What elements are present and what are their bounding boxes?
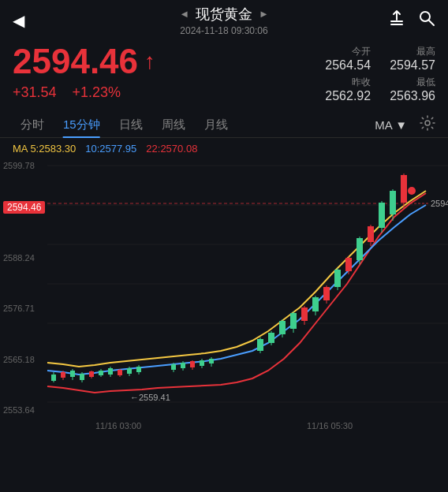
price-section: 2594.46 ↑ +31.54 +1.23% 今开 2564.54 最高 25… [0,35,448,106]
svg-point-74 [408,187,416,195]
tab-bar: 分时 15分钟 日线 周线 月线 MA ▼ [0,106,448,138]
y-label-6: 2553.64 [3,405,35,415]
x-label-1: 11/16 03:00 [95,421,141,430]
price-left: 2594.46 ↑ +31.54 +1.23% [13,42,155,101]
svg-rect-51 [290,313,297,329]
price-change: +31.54 +1.23% [13,84,155,101]
high: 最高 2594.57 [390,45,435,73]
svg-rect-26 [108,368,113,375]
x-label-2: 11/16 05:30 [307,421,353,430]
svg-rect-53 [301,308,308,321]
today-open-value: 2564.54 [325,58,371,73]
svg-rect-45 [257,339,263,351]
high-value: 2594.57 [390,58,435,73]
chart-container[interactable]: 2599.78 2588.24 2576.71 2565.18 2553.64 … [0,158,448,418]
x-axis-labels: 11/16 03:00 11/16 05:30 [0,418,448,434]
svg-rect-61 [345,258,352,271]
main-price-value: 2594.46 [13,42,138,81]
datetime-label: 2024-11-18 09:30:06 [180,25,267,36]
prev-close-value: 2562.92 [325,89,371,103]
svg-point-2 [420,12,430,21]
svg-rect-0 [390,20,403,22]
change-abs: +31.54 [13,84,57,100]
y-label-3: 2588.24 [3,253,35,263]
current-price-label: 2594.46 [3,201,45,214]
svg-rect-67 [379,203,385,228]
low-label: 最低 [416,76,435,89]
svg-rect-49 [279,321,286,334]
tab-15min[interactable]: 15分钟 [55,113,108,137]
header-center: ◄ 现货黄金 ► 2024-11-18 09:30:06 [179,5,269,36]
svg-text:2594.01→: 2594.01→ [431,199,448,208]
svg-rect-16 [61,372,65,378]
svg-rect-41 [200,360,204,366]
svg-rect-24 [99,371,103,375]
svg-rect-71 [401,175,407,203]
svg-rect-59 [334,270,341,287]
ma22-indicator: 22:2570.08 [146,143,197,155]
tab-monthly[interactable]: 月线 [196,113,236,137]
svg-rect-57 [323,287,330,300]
svg-rect-32 [136,367,141,372]
main-price: 2594.46 ↑ [13,42,155,81]
price-row-top: 今开 2564.54 最高 2594.57 [325,45,435,73]
svg-rect-1 [390,24,403,25]
svg-point-4 [425,121,430,125]
ma-bar: MA 5:2583.30 10:2577.95 22:2570.08 [0,138,448,158]
market-title: 现货黄金 [196,5,252,24]
prev-close-label: 昨收 [352,76,371,89]
high-label: 最高 [416,45,435,58]
svg-rect-22 [89,371,94,377]
settings-icon[interactable] [420,115,435,135]
svg-rect-43 [209,359,214,363]
search-icon[interactable] [418,9,435,31]
tab-fen-shi[interactable]: 分时 [13,113,52,137]
svg-rect-18 [70,371,75,377]
tab-weekly[interactable]: 周线 [154,113,193,137]
header-right [388,9,435,31]
candles-right [257,173,407,353]
price-direction-icon: ↑ [144,49,155,74]
y-label-1: 2599.78 [3,161,35,170]
low-value: 2563.96 [390,89,435,103]
svg-rect-14 [51,375,56,381]
prev-symbol-icon[interactable]: ◄ [179,8,189,20]
header-title-row: ◄ 现货黄金 ► [179,5,269,24]
svg-rect-35 [171,364,176,370]
svg-rect-28 [118,370,122,375]
prev-close: 昨收 2562.92 [325,76,371,103]
svg-rect-30 [127,368,132,374]
next-symbol-icon[interactable]: ► [259,8,269,20]
y-label-4: 2576.71 [3,304,35,313]
export-icon[interactable] [388,9,405,31]
back-button[interactable]: ◀ [13,11,24,30]
svg-rect-39 [190,361,195,367]
price-row-bottom: 昨收 2562.92 最低 2563.96 [325,76,435,103]
svg-rect-47 [268,333,274,343]
svg-rect-37 [181,363,185,368]
y-label-5: 2565.18 [3,355,35,364]
header: ◀ ◄ 现货黄金 ► 2024-11-18 09:30:06 [0,0,448,35]
candles-mid [171,357,214,372]
candles-left [51,365,141,382]
svg-rect-65 [368,226,374,242]
ma5-indicator: MA 5:2583.30 [13,143,76,155]
svg-rect-69 [390,191,396,214]
svg-text:←2559.41: ←2559.41 [130,393,170,402]
tab-daily[interactable]: 日线 [111,113,151,137]
change-pct: +1.23% [73,84,121,100]
today-open-label: 今开 [352,45,371,58]
price-right: 今开 2564.54 最高 2594.57 昨收 2562.92 最低 2563… [325,45,435,103]
chart-svg[interactable]: ←2559.41 [0,158,448,418]
low: 最低 2563.96 [390,76,435,103]
ma10-indicator: 10:2577.95 [85,143,136,155]
svg-rect-55 [312,297,319,311]
svg-rect-63 [357,238,363,260]
tab-ma[interactable]: MA ▼ [375,118,407,132]
y-axis-labels: 2599.78 2588.24 2576.71 2565.18 2553.64 [3,158,35,418]
today-open: 今开 2564.54 [325,45,371,73]
svg-line-3 [429,20,434,25]
svg-rect-20 [80,374,84,380]
